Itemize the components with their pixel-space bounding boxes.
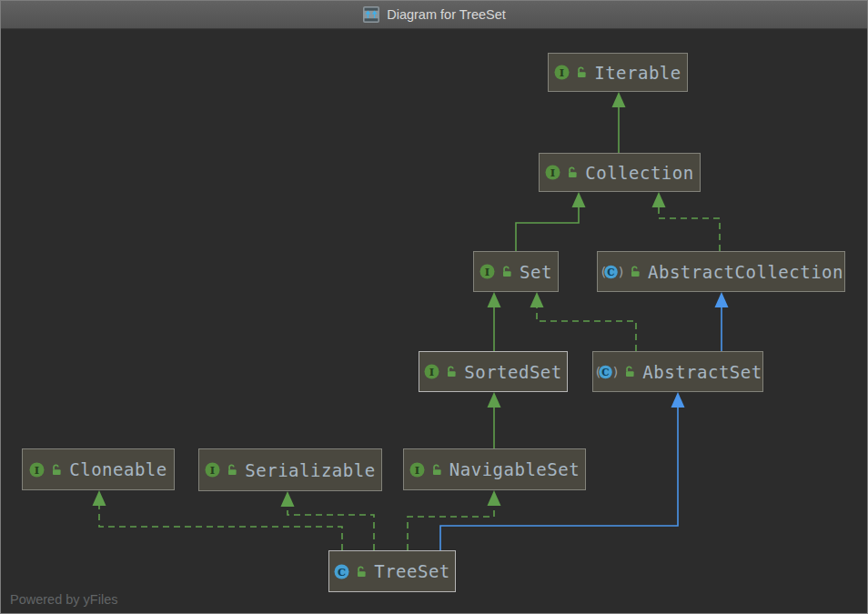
window-title: Diagram for TreeSet <box>387 7 506 22</box>
class-node-abstract-collection[interactable]: (C)AbstractCollection <box>597 251 845 292</box>
svg-text:I: I <box>35 463 39 476</box>
class-name-label: NavigableSet <box>449 459 580 479</box>
public-lock-icon <box>51 464 63 476</box>
svg-text:I: I <box>429 366 434 378</box>
window-titlebar[interactable]: Diagram for TreeSet <box>1 1 867 29</box>
svg-text:I: I <box>210 464 215 477</box>
class-node-cloneable[interactable]: ICloneable <box>22 448 175 490</box>
public-lock-icon <box>501 266 513 277</box>
class-node-set[interactable]: ISet <box>473 251 559 292</box>
class-node-iterable[interactable]: IIterable <box>548 53 688 92</box>
interface-icon: I <box>554 65 570 80</box>
interface-icon: I <box>205 462 220 478</box>
class-node-navigable-set[interactable]: INavigableSet <box>403 448 586 490</box>
class-node-collection[interactable]: ICollection <box>539 153 701 192</box>
public-lock-icon <box>576 66 588 78</box>
public-lock-icon <box>431 464 443 476</box>
diagram-window: Diagram for TreeSet IIterableICollection… <box>0 0 868 614</box>
class-icon: C <box>334 564 349 579</box>
class-name-label: AbstractSet <box>642 362 762 382</box>
svg-text:I: I <box>550 166 555 179</box>
class-name-label: SortedSet <box>464 362 561 382</box>
uml-diagram-icon <box>362 5 380 24</box>
abstract-class-icon: (C) <box>593 364 618 380</box>
diagram-canvas[interactable]: IIterableICollectionISet(C)AbstractColle… <box>1 1 867 613</box>
class-name-label: Serializable <box>245 460 375 480</box>
abstract-class-icon: (C) <box>599 264 623 280</box>
svg-text:I: I <box>415 463 419 476</box>
class-node-serializable[interactable]: ISerializable <box>198 448 382 491</box>
class-name-label: TreeSet <box>374 561 450 581</box>
svg-text:C: C <box>607 266 614 277</box>
svg-text:I: I <box>560 66 564 79</box>
interface-icon: I <box>479 264 495 279</box>
node-layer: IIterableICollectionISet(C)AbstractColle… <box>1 1 867 613</box>
public-lock-icon <box>630 266 641 277</box>
class-name-label: Collection <box>585 163 693 183</box>
interface-icon: I <box>409 462 425 478</box>
public-lock-icon <box>446 366 458 377</box>
public-lock-icon <box>227 464 238 476</box>
svg-text:C: C <box>602 366 610 377</box>
interface-icon: I <box>424 364 439 379</box>
public-lock-icon <box>624 366 636 377</box>
class-node-sorted-set[interactable]: ISortedSet <box>419 351 568 392</box>
class-name-label: AbstractCollection <box>648 262 843 282</box>
svg-text:): ) <box>618 265 624 279</box>
public-lock-icon <box>567 166 579 178</box>
svg-text:C: C <box>338 565 346 578</box>
svg-text:): ) <box>612 365 619 379</box>
interface-icon: I <box>545 165 560 180</box>
interface-icon: I <box>29 462 45 478</box>
public-lock-icon <box>356 566 368 578</box>
class-name-label: Cloneable <box>69 459 167 479</box>
class-name-label: Iterable <box>594 63 681 83</box>
yfiles-watermark: Powered by yFiles <box>10 592 117 607</box>
class-node-abstract-set[interactable]: (C)AbstractSet <box>592 351 763 392</box>
class-name-label: Set <box>520 262 552 282</box>
svg-text:I: I <box>485 266 490 278</box>
class-node-tree-set[interactable]: CTreeSet <box>328 550 456 592</box>
